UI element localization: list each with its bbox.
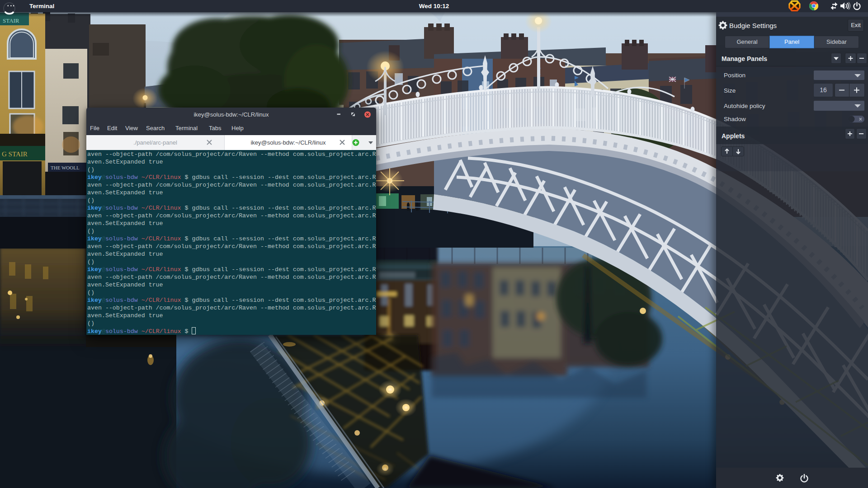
svg-text:G STAIR: G STAIR: [2, 150, 28, 158]
svg-text:STAIR: STAIR: [3, 17, 19, 24]
svg-text:THE WOOLL: THE WOOLL: [51, 165, 80, 170]
